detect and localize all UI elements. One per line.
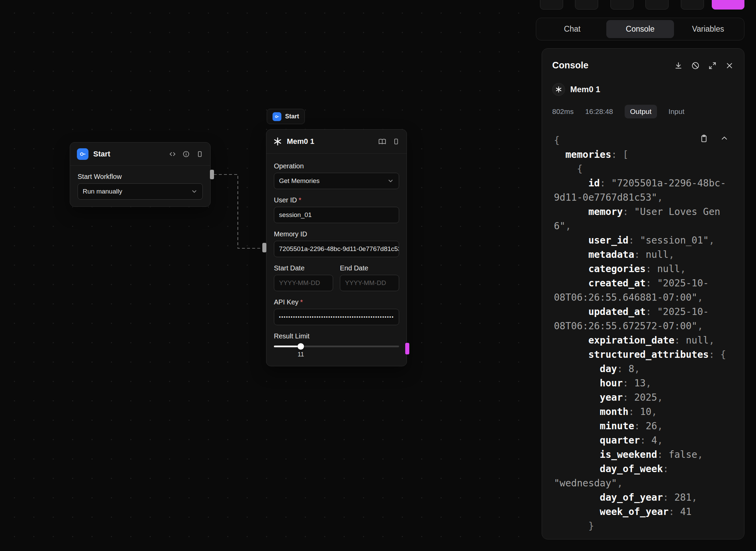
tab-console[interactable]: Console (606, 20, 674, 38)
console-json-line: hour: 13, (554, 376, 727, 390)
end-date-placeholder: YYYY-MM-DD (345, 279, 386, 287)
end-date-input[interactable]: YYYY-MM-DD (340, 275, 399, 291)
console-json-line: categories: null, (554, 262, 727, 276)
tab-variables[interactable]: Variables (674, 20, 742, 38)
workflow-canvas[interactable]: Start (0, 0, 531, 551)
console-json-line: day_of_week: "wednesday", (554, 462, 727, 490)
toolbar-button-3[interactable] (610, 0, 634, 10)
api-key-label: API Key* (274, 298, 399, 306)
start-date-input[interactable]: YYYY-MM-DD (274, 275, 333, 291)
start-date-placeholder: YYYY-MM-DD (279, 279, 320, 287)
memory-id-value: 7205501a-2296-48bc-9d11-0e7767d81c53 (279, 245, 399, 253)
console-json-line: user_id: "session_01", (554, 233, 727, 248)
chevron-down-icon (387, 178, 394, 184)
timestamp: 16:28:48 (585, 107, 613, 116)
memory-id-label: Memory ID (274, 230, 399, 238)
expand-icon[interactable] (708, 61, 717, 70)
console-json-line: year: 2025, (554, 390, 727, 405)
mem0-icon (552, 83, 565, 96)
chevron-up-icon[interactable] (720, 134, 729, 143)
end-date-label: End Date (340, 264, 399, 272)
run-mode-select[interactable]: Run manually (78, 183, 203, 200)
toolbar-button-1[interactable] (540, 0, 563, 10)
copy-icon[interactable] (392, 138, 400, 146)
console-title: Console (552, 60, 674, 71)
input-tab[interactable]: Input (669, 107, 685, 116)
console-json-line: { (554, 162, 727, 176)
slider-thumb[interactable] (298, 343, 304, 350)
console-json-lines[interactable]: { memories: [ { id: "7205501a-2296-48bc-… (554, 133, 727, 533)
output-tab[interactable]: Output (625, 105, 657, 118)
start-node[interactable]: Start (70, 142, 211, 207)
operation-select[interactable]: Get Memories (274, 173, 399, 189)
user-id-input[interactable]: session_01 (274, 207, 399, 223)
start-node-header[interactable]: Start (70, 143, 210, 166)
start-output-handle[interactable] (210, 170, 214, 179)
panel-tabs: ChatConsoleVariables (536, 18, 744, 40)
result-limit-slider[interactable] (274, 343, 399, 350)
console-json-line: memories: [ (554, 148, 727, 162)
console-json-line: day_of_year: 281, (554, 490, 727, 505)
user-id-value: session_01 (279, 211, 312, 219)
console-json-line: month: 10, (554, 405, 727, 419)
user-id-label: User ID* (274, 196, 399, 204)
chevron-down-icon (191, 188, 198, 195)
connection-edge (0, 0, 531, 551)
slider-fill (274, 346, 301, 347)
mem0-output-handle[interactable] (405, 343, 409, 354)
console-json-line: structured_attributes: { (554, 348, 727, 362)
ban-icon[interactable] (691, 61, 700, 70)
book-icon[interactable] (378, 138, 386, 146)
toolbar-button-4[interactable] (645, 0, 669, 10)
required-marker: * (300, 298, 303, 306)
console-json-line: quarter: 4, (554, 433, 727, 448)
toolbar-button-2[interactable] (575, 0, 598, 10)
result-limit-label: Result Limit (274, 332, 399, 340)
memory-id-input[interactable]: 7205501a-2296-48bc-9d11-0e7767d81c53 (274, 241, 399, 257)
primary-action-button[interactable] (712, 0, 744, 10)
mem0-node-header[interactable]: Mem0 1 (266, 130, 407, 154)
console-json-line: } (554, 519, 727, 533)
operation-value: Get Memories (279, 177, 319, 185)
console-json-line: minute: 26, (554, 419, 727, 433)
code-icon[interactable] (169, 150, 176, 158)
workflow-app: Start (0, 0, 756, 551)
mem0-icon (273, 137, 282, 146)
close-icon[interactable] (725, 61, 734, 70)
toolbar-button-5[interactable] (681, 0, 704, 10)
console-json-line: is_weekend: false, (554, 448, 727, 462)
console-json-line: metadata: null, (554, 248, 727, 262)
mem0-input-handle[interactable] (262, 243, 266, 252)
info-icon[interactable] (182, 150, 190, 158)
required-marker: * (299, 196, 301, 204)
console-json-line: expiration_date: null, (554, 333, 727, 348)
start-badge-label: Start (285, 113, 299, 120)
mem0-node-title: Mem0 1 (287, 137, 374, 146)
console-json-line: memory: "User Loves Gen 6", (554, 205, 727, 233)
api-key-input[interactable]: ••••••••••••••••••••••••••••••••••••••••… (274, 309, 399, 325)
download-icon[interactable] (674, 61, 683, 70)
console-node-name: Mem0 1 (570, 85, 600, 94)
copy-icon[interactable] (196, 150, 203, 158)
api-key-mask: ••••••••••••••••••••••••••••••••••••••••… (279, 314, 394, 320)
start-badge[interactable]: Start (267, 109, 305, 124)
duration-badge: 802ms (552, 107, 574, 116)
console-json-line: week_of_year: 41 (554, 505, 727, 519)
console-panel: Console (542, 48, 744, 539)
start-icon (77, 148, 88, 160)
run-mode-value: Run manually (83, 188, 122, 195)
clipboard-icon[interactable] (700, 134, 708, 143)
start-date-label: Start Date (274, 264, 333, 272)
console-json-line: updated_at: "2025-10-08T06:26:55.672572-… (554, 305, 727, 333)
start-node-title: Start (93, 150, 164, 158)
result-limit-value-row: 11 (274, 351, 399, 359)
start-icon (273, 112, 281, 121)
mem0-node[interactable]: Mem0 1 (266, 129, 407, 366)
operation-label: Operation (274, 162, 399, 170)
result-limit-value: 11 (298, 351, 304, 358)
start-workflow-label: Start Workflow (78, 172, 203, 181)
console-json-line: day: 8, (554, 362, 727, 376)
console-json-line: id: "7205501a-2296-48bc-9d11-0e7767d81c5… (554, 176, 727, 205)
tab-chat[interactable]: Chat (538, 20, 606, 38)
console-json-line: created_at: "2025-10-08T06:26:55.646881-… (554, 276, 727, 305)
